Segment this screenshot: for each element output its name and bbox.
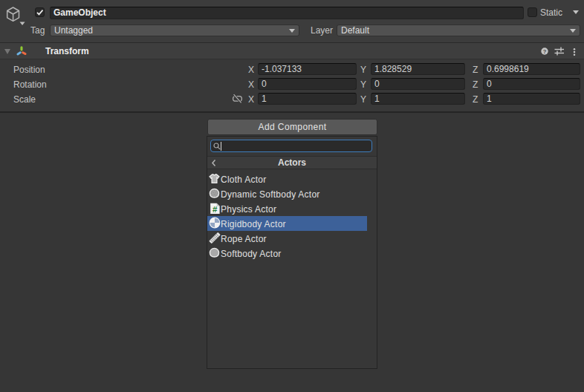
- svg-text:#: #: [212, 205, 218, 214]
- svg-text:?: ?: [543, 48, 547, 55]
